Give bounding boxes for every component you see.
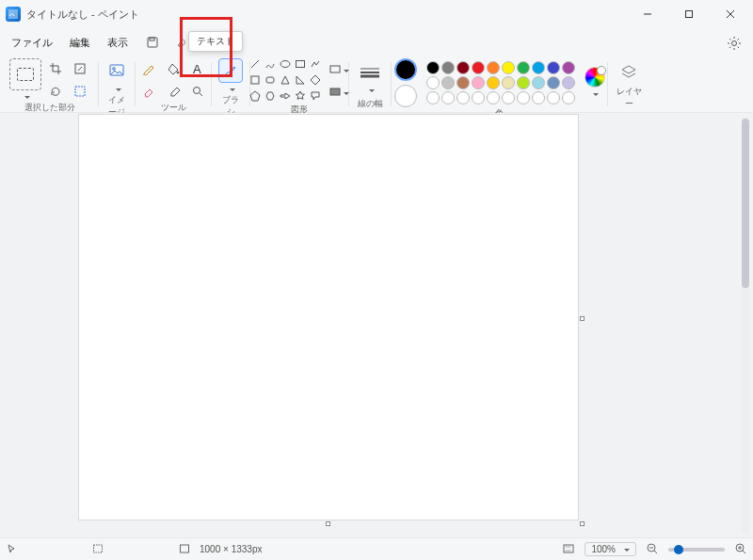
- chevron-down-icon[interactable]: [590, 88, 599, 99]
- color-swatch[interactable]: [487, 91, 500, 104]
- shape-arrowr-icon[interactable]: [280, 90, 291, 104]
- window-close-button[interactable]: [710, 0, 751, 28]
- color-swatch[interactable]: [517, 61, 530, 74]
- window-maximize-button[interactable]: [668, 0, 710, 28]
- color-swatch[interactable]: [562, 91, 575, 104]
- shape-outline-icon[interactable]: [328, 59, 349, 80]
- selection-tool[interactable]: [9, 58, 41, 90]
- canvas-handle-bottom[interactable]: [326, 521, 330, 526]
- shape-rect-icon[interactable]: [295, 58, 306, 72]
- color-swatch[interactable]: [426, 76, 440, 89]
- menu-view[interactable]: 表示: [100, 32, 136, 54]
- crop-icon[interactable]: [45, 58, 66, 79]
- color-swatch[interactable]: [502, 61, 515, 74]
- svg-point-12: [177, 72, 179, 73]
- resize-icon[interactable]: [70, 58, 90, 79]
- shape-polyline-icon[interactable]: [310, 58, 321, 72]
- picker-icon[interactable]: [163, 81, 184, 102]
- layers-icon[interactable]: [617, 60, 641, 85]
- fill-icon[interactable]: [163, 58, 184, 79]
- line-width-icon[interactable]: [357, 61, 383, 84]
- shape-hexagon-icon[interactable]: [264, 90, 276, 104]
- color-swatch[interactable]: [472, 91, 485, 104]
- color-swatch[interactable]: [547, 61, 560, 74]
- color-swatch[interactable]: [487, 61, 500, 74]
- vertical-scrollbar[interactable]: [742, 117, 749, 534]
- free-select-icon[interactable]: [70, 81, 90, 102]
- color-swatch[interactable]: [472, 61, 485, 74]
- color-swatch[interactable]: [502, 76, 515, 89]
- svg-point-7: [732, 41, 737, 46]
- text-icon[interactable]: A: [187, 58, 208, 79]
- canvas-handle-corner[interactable]: [580, 521, 585, 526]
- magnifier-icon[interactable]: [187, 81, 208, 102]
- color-swatch[interactable]: [457, 61, 470, 74]
- color-swatch[interactable]: [487, 76, 500, 89]
- eraser-icon[interactable]: [138, 81, 159, 102]
- color-swatch[interactable]: [532, 76, 545, 89]
- shape-pentagon-icon[interactable]: [249, 90, 261, 104]
- edit-colors-icon[interactable]: [585, 67, 605, 88]
- svg-rect-16: [296, 61, 305, 68]
- shape-line-icon[interactable]: [249, 58, 261, 72]
- shape-callout-icon[interactable]: [310, 90, 321, 104]
- canvas-size-icon: [179, 543, 190, 556]
- zoom-out-button[interactable]: [646, 542, 659, 557]
- color-swatch[interactable]: [517, 91, 530, 104]
- chevron-down-icon[interactable]: [366, 84, 375, 95]
- menu-file[interactable]: ファイル: [4, 32, 60, 54]
- shape-oval-icon[interactable]: [280, 58, 291, 72]
- color-primary[interactable]: [394, 58, 417, 81]
- shape-square-icon[interactable]: [249, 74, 261, 88]
- group-label-layers: レイヤー: [616, 86, 642, 112]
- color-swatch[interactable]: [562, 61, 575, 74]
- color-swatch[interactable]: [562, 76, 575, 89]
- chevron-down-icon[interactable]: [227, 83, 235, 94]
- color-swatch[interactable]: [547, 91, 560, 104]
- fit-window-icon[interactable]: [562, 542, 575, 557]
- color-swatch[interactable]: [457, 91, 470, 104]
- svg-rect-20: [330, 88, 340, 95]
- svg-rect-24: [94, 545, 103, 552]
- settings-icon[interactable]: [723, 32, 745, 55]
- shape-star-icon[interactable]: [295, 90, 306, 104]
- shape-fill-icon[interactable]: [328, 82, 349, 103]
- rotate-icon[interactable]: [45, 81, 66, 102]
- zoom-level-dropdown[interactable]: 100%: [585, 542, 636, 556]
- color-swatch[interactable]: [426, 91, 440, 104]
- zoom-in-button[interactable]: [734, 542, 747, 557]
- group-linewidth: 線の幅: [351, 56, 389, 112]
- shape-triangle-icon[interactable]: [280, 74, 291, 88]
- color-swatch[interactable]: [547, 76, 560, 89]
- canvas[interactable]: [79, 115, 578, 520]
- menu-edit[interactable]: 編集: [62, 32, 98, 54]
- window-minimize-button[interactable]: [627, 0, 668, 28]
- group-brushes: ブラシ: [214, 56, 248, 112]
- image-tool-icon[interactable]: [104, 58, 129, 83]
- shape-rtriangle-icon[interactable]: [295, 74, 306, 88]
- color-swatch[interactable]: [426, 61, 440, 74]
- title-bar: タイトルなし - ペイント: [0, 0, 753, 28]
- chevron-down-icon[interactable]: [22, 90, 30, 102]
- color-swatch[interactable]: [441, 76, 455, 89]
- color-swatch[interactable]: [532, 61, 545, 74]
- chevron-down-icon[interactable]: [113, 83, 121, 94]
- color-swatch[interactable]: [457, 76, 470, 89]
- shape-diamond-icon[interactable]: [310, 74, 321, 88]
- brush-tool-icon[interactable]: [218, 58, 243, 83]
- color-swatch[interactable]: [441, 61, 455, 74]
- shape-roundrect-icon[interactable]: [264, 74, 276, 88]
- color-swatch[interactable]: [441, 91, 455, 104]
- color-swatch[interactable]: [502, 91, 515, 104]
- pencil-icon[interactable]: [138, 58, 159, 79]
- shape-curve-icon[interactable]: [264, 58, 276, 72]
- scrollbar-thumb[interactable]: [742, 119, 749, 288]
- canvas-handle-right[interactable]: [580, 316, 585, 321]
- color-palette: [426, 61, 575, 104]
- zoom-slider[interactable]: [668, 548, 725, 552]
- color-swatch[interactable]: [472, 76, 485, 89]
- color-secondary[interactable]: [394, 85, 417, 107]
- color-swatch[interactable]: [517, 76, 530, 89]
- save-icon[interactable]: [141, 31, 164, 54]
- color-swatch[interactable]: [532, 91, 545, 104]
